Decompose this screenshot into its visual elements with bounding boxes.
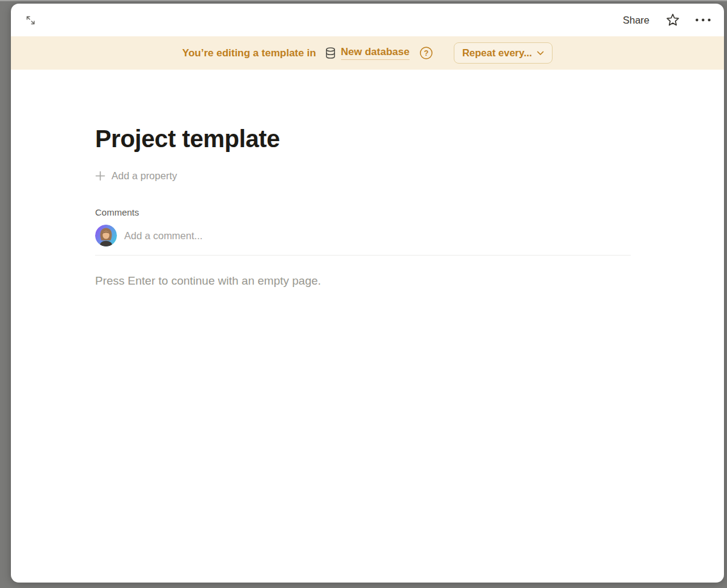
banner-message: You’re editing a template in <box>182 47 316 59</box>
comment-composer <box>95 225 631 246</box>
help-icon: ? <box>419 46 433 60</box>
repeat-every-label: Repeat every... <box>462 47 532 59</box>
add-property-label: Add a property <box>111 170 177 182</box>
ellipsis-icon <box>695 18 711 22</box>
database-icon <box>324 47 337 59</box>
share-button[interactable]: Share <box>620 13 652 27</box>
avatar <box>95 225 117 246</box>
screen-backdrop: Share You’re editing a template in <box>0 0 727 588</box>
chevron-down-icon <box>537 51 544 56</box>
page-content: Project template Add a property Comments <box>95 70 631 288</box>
plus-icon <box>95 171 105 181</box>
expand-button[interactable] <box>24 13 38 27</box>
database-link[interactable]: New database <box>341 46 410 60</box>
repeat-every-button[interactable]: Repeat every... <box>454 42 553 64</box>
divider <box>95 255 631 256</box>
page-title[interactable]: Project template <box>95 123 631 154</box>
template-editor-window: Share You’re editing a template in <box>11 4 724 583</box>
comments-heading: Comments <box>95 207 631 217</box>
more-options-button[interactable] <box>694 17 712 23</box>
help-button[interactable]: ? <box>418 45 434 61</box>
template-banner: You’re editing a template in New databas… <box>11 36 724 70</box>
empty-page-placeholder[interactable]: Press Enter to continue with an empty pa… <box>95 274 631 288</box>
expand-icon <box>25 15 36 26</box>
add-property-button[interactable]: Add a property <box>95 168 177 183</box>
star-icon <box>665 13 680 28</box>
svg-text:?: ? <box>424 49 429 58</box>
comment-input[interactable] <box>124 230 631 242</box>
favorite-button[interactable] <box>664 12 682 29</box>
top-toolbar: Share <box>11 4 724 36</box>
toolbar-actions: Share <box>620 12 712 29</box>
